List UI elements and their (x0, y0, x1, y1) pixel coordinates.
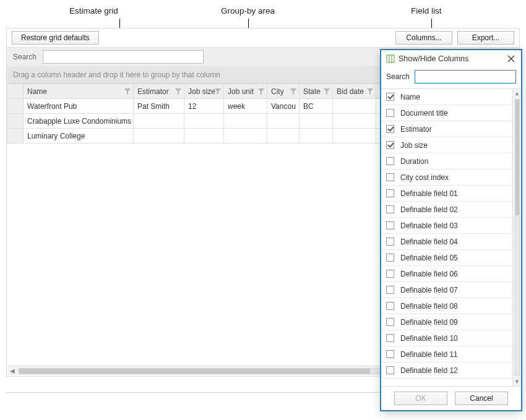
checkbox[interactable] (386, 238, 394, 246)
checkbox[interactable] (386, 318, 394, 326)
cell-bid-date[interactable] (333, 129, 376, 144)
cell-state[interactable]: BC (300, 99, 333, 114)
scroll-up-icon[interactable]: ▲ (513, 89, 522, 98)
cell-job-size[interactable] (184, 129, 224, 144)
row-selector[interactable] (7, 129, 24, 144)
cell-job-unit[interactable]: week (224, 99, 267, 114)
scroll-track[interactable] (515, 99, 520, 376)
filter-icon[interactable] (258, 88, 264, 95)
checkbox[interactable] (386, 93, 394, 101)
checkbox[interactable] (386, 302, 394, 310)
cell-name[interactable]: Luminary College (24, 129, 134, 144)
field-list-item[interactable]: City cost index (381, 169, 512, 186)
close-button[interactable] (506, 54, 516, 64)
cell-estimator[interactable] (134, 114, 184, 129)
checkbox[interactable] (386, 286, 394, 294)
cell-job-size[interactable] (184, 114, 224, 129)
search-label: Search (13, 53, 37, 61)
field-list-item[interactable]: Definable field 03 (381, 218, 512, 234)
row-selector[interactable] (7, 99, 24, 114)
field-list-item[interactable]: Definable field 08 (381, 298, 512, 314)
cell-name[interactable]: Crabapple Luxe Condominiums (24, 114, 134, 129)
field-list-item[interactable]: Definable field 01 (381, 186, 512, 202)
filter-icon[interactable] (367, 88, 373, 95)
export-button[interactable]: Export... (457, 31, 514, 45)
cancel-button[interactable]: Cancel (455, 392, 508, 405)
cell-name[interactable]: Waterfront Pub (24, 99, 134, 114)
checkbox[interactable] (386, 173, 394, 181)
field-list-item[interactable]: Document title (381, 105, 512, 121)
column-header-estimator[interactable]: Estimator (134, 84, 184, 99)
checkbox[interactable] (386, 366, 394, 374)
field-label: Duration (400, 157, 428, 166)
restore-grid-defaults-button[interactable]: Restore grid defaults (12, 31, 99, 45)
checkbox[interactable] (386, 109, 394, 117)
field-list-item[interactable]: Definable field 06 (381, 266, 512, 282)
row-selector[interactable] (7, 114, 24, 129)
scroll-thumb[interactable] (19, 369, 370, 374)
scroll-thumb[interactable] (515, 100, 519, 215)
field-list-item[interactable]: Definable field 12 (381, 362, 512, 379)
cell-job-unit[interactable] (224, 114, 267, 129)
field-list-item[interactable]: Definable field 10 (381, 330, 512, 346)
dialog-footer: OK Cancel (381, 387, 521, 410)
filter-icon[interactable] (124, 88, 131, 95)
column-header-job-size[interactable]: Job size (184, 84, 224, 99)
cell-estimator[interactable]: Pat Smith (134, 99, 184, 114)
search-input[interactable] (43, 50, 204, 64)
show-hide-columns-dialog: Show/Hide Columns Search NameDocument ti… (380, 49, 522, 411)
dialog-search-input[interactable] (415, 70, 516, 84)
filter-icon[interactable] (215, 88, 221, 95)
checkbox[interactable] (386, 141, 394, 149)
field-list-item[interactable]: Definable field 11 (381, 346, 512, 362)
column-header-job-unit[interactable]: Job unit (224, 84, 267, 99)
cell-bid-date[interactable] (333, 99, 376, 114)
vertical-scrollbar[interactable]: ▲ ▼ (512, 89, 521, 386)
field-list-item[interactable]: Definable field 09 (381, 314, 512, 330)
checkbox[interactable] (386, 189, 394, 197)
filter-icon[interactable] (324, 88, 330, 95)
cell-bid-date[interactable] (333, 114, 376, 129)
field-list-item[interactable]: Definable field 05 (381, 250, 512, 266)
column-label: Job size (188, 87, 215, 96)
checkbox[interactable] (386, 221, 394, 229)
annotation-field-list: Field list (411, 6, 442, 15)
filter-icon[interactable] (175, 88, 181, 95)
filter-icon[interactable] (290, 88, 296, 95)
field-list-item[interactable]: Definable field 02 (381, 202, 512, 218)
checkbox[interactable] (386, 157, 394, 165)
field-list-item[interactable]: Definable field 04 (381, 234, 512, 250)
cell-job-unit[interactable] (224, 129, 267, 144)
scroll-left-icon[interactable]: ◀ (7, 366, 17, 376)
checkbox[interactable] (386, 125, 394, 133)
column-header-city[interactable]: City (267, 84, 300, 99)
column-header-bid-date[interactable]: Bid date (333, 84, 376, 99)
field-label: Definable field 01 (400, 189, 458, 198)
cell-state[interactable] (300, 129, 333, 144)
cell-state[interactable] (300, 114, 333, 129)
field-list-item[interactable]: Estimator (381, 121, 512, 137)
columns-button[interactable]: Columns... (395, 31, 452, 45)
cell-job-size[interactable]: 12 (184, 99, 224, 114)
checkbox[interactable] (386, 350, 394, 358)
field-label: Document title (400, 109, 448, 118)
field-list-item[interactable]: Definable field 07 (381, 282, 512, 298)
checkbox[interactable] (386, 254, 394, 262)
checkbox[interactable] (386, 205, 394, 213)
toolbar: Restore grid defaults Columns... Export.… (7, 28, 519, 47)
column-header-name[interactable]: Name (24, 84, 134, 99)
field-list-item[interactable]: Job size (381, 137, 512, 153)
cell-city[interactable]: Vancou (267, 99, 300, 114)
ok-button[interactable]: OK (394, 392, 447, 405)
cell-city[interactable] (267, 114, 300, 129)
scroll-down-icon[interactable]: ▼ (513, 377, 522, 386)
cell-city[interactable] (267, 129, 300, 144)
field-label: Definable field 12 (400, 366, 458, 375)
checkbox[interactable] (386, 334, 394, 342)
cell-estimator[interactable] (134, 129, 184, 144)
column-header-state[interactable]: State (300, 84, 333, 99)
field-list-item[interactable]: Name (381, 89, 512, 105)
field-label: Definable field 11 (400, 350, 458, 359)
field-list-item[interactable]: Duration (381, 153, 512, 169)
checkbox[interactable] (386, 270, 394, 278)
